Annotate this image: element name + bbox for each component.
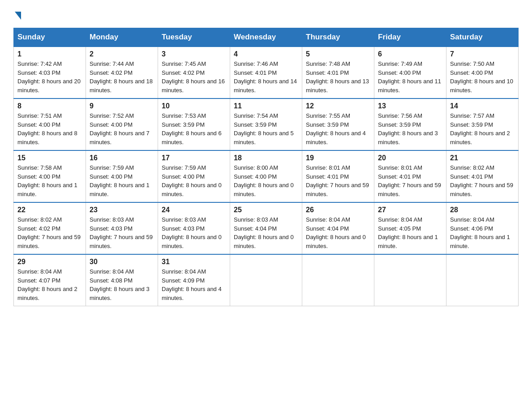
day-number: 31 xyxy=(162,258,226,266)
calendar-cell: 30 Sunrise: 8:04 AMSunset: 4:08 PMDaylig… xyxy=(86,254,158,306)
day-info: Sunrise: 7:57 AMSunset: 3:59 PMDaylight:… xyxy=(450,111,515,146)
day-number: 14 xyxy=(450,102,515,110)
calendar-cell: 17 Sunrise: 7:59 AMSunset: 4:00 PMDaylig… xyxy=(158,150,230,202)
day-number: 23 xyxy=(90,206,154,214)
calendar-cell: 4 Sunrise: 7:46 AMSunset: 4:01 PMDayligh… xyxy=(230,47,302,98)
day-info: Sunrise: 7:52 AMSunset: 4:00 PMDaylight:… xyxy=(90,111,154,146)
calendar-cell: 5 Sunrise: 7:48 AMSunset: 4:01 PMDayligh… xyxy=(302,47,374,98)
day-info: Sunrise: 7:42 AMSunset: 4:03 PMDaylight:… xyxy=(17,60,82,94)
calendar-cell: 22 Sunrise: 8:02 AMSunset: 4:02 PMDaylig… xyxy=(14,202,86,254)
calendar-cell: 21 Sunrise: 8:02 AMSunset: 4:01 PMDaylig… xyxy=(446,150,519,202)
day-info: Sunrise: 7:55 AMSunset: 3:59 PMDaylight:… xyxy=(306,111,370,146)
week-row-4: 22 Sunrise: 8:02 AMSunset: 4:02 PMDaylig… xyxy=(14,202,519,254)
day-number: 15 xyxy=(17,154,82,162)
day-info: Sunrise: 8:04 AMSunset: 4:09 PMDaylight:… xyxy=(162,267,226,302)
calendar-cell: 20 Sunrise: 8:01 AMSunset: 4:01 PMDaylig… xyxy=(374,150,446,202)
page-header xyxy=(13,9,519,20)
header-tuesday: Tuesday xyxy=(158,28,230,47)
logo xyxy=(13,9,21,20)
day-number: 9 xyxy=(90,102,154,110)
day-number: 4 xyxy=(234,50,298,58)
calendar-cell: 24 Sunrise: 8:03 AMSunset: 4:03 PMDaylig… xyxy=(158,202,230,254)
calendar-cell: 25 Sunrise: 8:03 AMSunset: 4:04 PMDaylig… xyxy=(230,202,302,254)
day-number: 29 xyxy=(17,258,82,266)
calendar-cell: 13 Sunrise: 7:56 AMSunset: 3:59 PMDaylig… xyxy=(374,98,446,150)
calendar-cell: 31 Sunrise: 8:04 AMSunset: 4:09 PMDaylig… xyxy=(158,254,230,306)
day-info: Sunrise: 8:01 AMSunset: 4:01 PMDaylight:… xyxy=(378,163,442,198)
calendar-cell: 14 Sunrise: 7:57 AMSunset: 3:59 PMDaylig… xyxy=(446,98,519,150)
week-row-3: 15 Sunrise: 7:58 AMSunset: 4:00 PMDaylig… xyxy=(14,150,519,202)
day-number: 3 xyxy=(162,50,226,58)
day-info: Sunrise: 8:04 AMSunset: 4:06 PMDaylight:… xyxy=(450,215,515,250)
day-number: 20 xyxy=(378,154,442,162)
day-info: Sunrise: 8:03 AMSunset: 4:03 PMDaylight:… xyxy=(162,215,226,250)
week-row-1: 1 Sunrise: 7:42 AMSunset: 4:03 PMDayligh… xyxy=(14,47,519,98)
day-info: Sunrise: 8:03 AMSunset: 4:04 PMDaylight:… xyxy=(234,215,298,250)
header-monday: Monday xyxy=(86,28,158,47)
day-number: 25 xyxy=(234,206,298,214)
day-info: Sunrise: 7:46 AMSunset: 4:01 PMDaylight:… xyxy=(234,60,298,94)
calendar-cell: 11 Sunrise: 7:54 AMSunset: 3:59 PMDaylig… xyxy=(230,98,302,150)
day-number: 13 xyxy=(378,102,442,110)
day-info: Sunrise: 8:04 AMSunset: 4:04 PMDaylight:… xyxy=(306,215,370,250)
day-info: Sunrise: 7:58 AMSunset: 4:00 PMDaylight:… xyxy=(17,163,82,198)
day-info: Sunrise: 8:01 AMSunset: 4:01 PMDaylight:… xyxy=(306,163,370,198)
day-number: 1 xyxy=(17,50,82,58)
day-number: 11 xyxy=(234,102,298,110)
day-number: 12 xyxy=(306,102,370,110)
day-number: 2 xyxy=(90,50,154,58)
day-info: Sunrise: 7:51 AMSunset: 4:00 PMDaylight:… xyxy=(17,111,82,146)
day-info: Sunrise: 7:49 AMSunset: 4:00 PMDaylight:… xyxy=(378,60,442,94)
day-info: Sunrise: 8:03 AMSunset: 4:03 PMDaylight:… xyxy=(90,215,154,250)
calendar-cell: 23 Sunrise: 8:03 AMSunset: 4:03 PMDaylig… xyxy=(86,202,158,254)
calendar-cell: 15 Sunrise: 7:58 AMSunset: 4:00 PMDaylig… xyxy=(14,150,86,202)
calendar-table: SundayMondayTuesdayWednesdayThursdayFrid… xyxy=(13,28,519,306)
calendar-cell: 7 Sunrise: 7:50 AMSunset: 4:00 PMDayligh… xyxy=(446,47,519,98)
calendar-cell: 26 Sunrise: 8:04 AMSunset: 4:04 PMDaylig… xyxy=(302,202,374,254)
day-number: 24 xyxy=(162,206,226,214)
day-number: 18 xyxy=(234,154,298,162)
day-info: Sunrise: 8:04 AMSunset: 4:05 PMDaylight:… xyxy=(378,215,442,250)
calendar-cell xyxy=(374,254,446,306)
calendar-cell: 12 Sunrise: 7:55 AMSunset: 3:59 PMDaylig… xyxy=(302,98,374,150)
header-wednesday: Wednesday xyxy=(230,28,302,47)
day-info: Sunrise: 7:59 AMSunset: 4:00 PMDaylight:… xyxy=(90,163,154,198)
day-number: 6 xyxy=(378,50,442,58)
day-number: 26 xyxy=(306,206,370,214)
day-info: Sunrise: 7:59 AMSunset: 4:00 PMDaylight:… xyxy=(162,163,226,198)
day-info: Sunrise: 7:44 AMSunset: 4:02 PMDaylight:… xyxy=(90,60,154,94)
day-number: 10 xyxy=(162,102,226,110)
header-sunday: Sunday xyxy=(14,28,86,47)
calendar-cell: 18 Sunrise: 8:00 AMSunset: 4:00 PMDaylig… xyxy=(230,150,302,202)
day-info: Sunrise: 7:53 AMSunset: 3:59 PMDaylight:… xyxy=(162,111,226,146)
calendar-cell: 19 Sunrise: 8:01 AMSunset: 4:01 PMDaylig… xyxy=(302,150,374,202)
day-number: 16 xyxy=(90,154,154,162)
calendar-cell: 9 Sunrise: 7:52 AMSunset: 4:00 PMDayligh… xyxy=(86,98,158,150)
header-row: SundayMondayTuesdayWednesdayThursdayFrid… xyxy=(14,28,519,47)
day-number: 22 xyxy=(17,206,82,214)
day-number: 30 xyxy=(90,258,154,266)
day-number: 5 xyxy=(306,50,370,58)
day-number: 21 xyxy=(450,154,515,162)
calendar-cell: 29 Sunrise: 8:04 AMSunset: 4:07 PMDaylig… xyxy=(14,254,86,306)
day-info: Sunrise: 8:02 AMSunset: 4:02 PMDaylight:… xyxy=(17,215,82,250)
day-info: Sunrise: 8:04 AMSunset: 4:08 PMDaylight:… xyxy=(90,267,154,302)
logo-arrow-icon xyxy=(15,12,21,20)
day-info: Sunrise: 7:56 AMSunset: 3:59 PMDaylight:… xyxy=(378,111,442,146)
day-number: 8 xyxy=(17,102,82,110)
calendar-cell: 28 Sunrise: 8:04 AMSunset: 4:06 PMDaylig… xyxy=(446,202,519,254)
day-number: 27 xyxy=(378,206,442,214)
calendar-cell: 3 Sunrise: 7:45 AMSunset: 4:02 PMDayligh… xyxy=(158,47,230,98)
day-number: 7 xyxy=(450,50,515,58)
header-saturday: Saturday xyxy=(446,28,519,47)
header-friday: Friday xyxy=(374,28,446,47)
day-info: Sunrise: 7:45 AMSunset: 4:02 PMDaylight:… xyxy=(162,60,226,94)
calendar-cell: 8 Sunrise: 7:51 AMSunset: 4:00 PMDayligh… xyxy=(14,98,86,150)
day-info: Sunrise: 8:00 AMSunset: 4:00 PMDaylight:… xyxy=(234,163,298,198)
header-thursday: Thursday xyxy=(302,28,374,47)
calendar-cell: 2 Sunrise: 7:44 AMSunset: 4:02 PMDayligh… xyxy=(86,47,158,98)
day-info: Sunrise: 8:04 AMSunset: 4:07 PMDaylight:… xyxy=(17,267,82,302)
calendar-cell: 10 Sunrise: 7:53 AMSunset: 3:59 PMDaylig… xyxy=(158,98,230,150)
calendar-cell xyxy=(446,254,519,306)
day-info: Sunrise: 7:54 AMSunset: 3:59 PMDaylight:… xyxy=(234,111,298,146)
